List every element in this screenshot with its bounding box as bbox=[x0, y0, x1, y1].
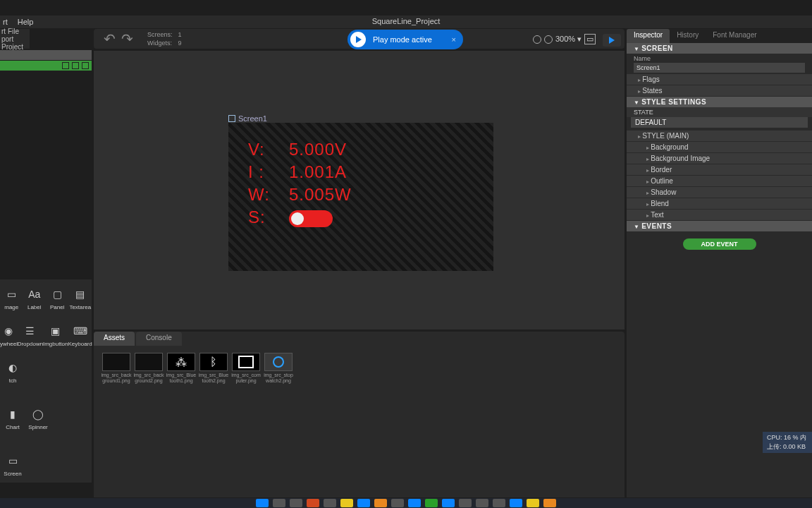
pal-spinner[interactable]: ◯Spinner bbox=[25, 399, 51, 436]
keyboard-icon: ⌨ bbox=[72, 322, 89, 339]
asset-item[interactable]: ᛒimg_src_Bluetooth2.png bbox=[198, 353, 229, 384]
taskbar-app[interactable] bbox=[510, 499, 522, 507]
zoom-value[interactable]: 300% ▾ bbox=[555, 35, 582, 44]
pal-dropdown[interactable]: ☰Dropdown bbox=[18, 316, 43, 353]
menu-item[interactable]: rt bbox=[3, 18, 8, 26]
close-icon[interactable]: × bbox=[452, 35, 456, 44]
readout-row: W: 5.005W bbox=[248, 185, 474, 205]
taskbar-app[interactable] bbox=[340, 499, 353, 507]
tab-fontmanager[interactable]: Font Manager bbox=[706, 29, 763, 43]
project-line[interactable]: rt File bbox=[1, 28, 30, 35]
section-events[interactable]: EVENTS bbox=[627, 221, 812, 231]
play-mode-pill[interactable]: Play mode active × bbox=[347, 30, 463, 49]
switch-label: S: bbox=[248, 207, 272, 227]
widget-palette: ▭mage AaLabel ▢Panel ▤Textarea ◉ywheel ☰… bbox=[0, 279, 92, 483]
pal-keyboard[interactable]: ⌨Keyboard bbox=[68, 316, 92, 353]
app-title: SquareLine_Project bbox=[372, 17, 441, 25]
canvas-stats: Screens:1 Widgets:9 bbox=[146, 30, 187, 48]
name-input[interactable]: Screen1 bbox=[634, 63, 805, 73]
taskbar-app[interactable] bbox=[324, 499, 336, 507]
style-text[interactable]: Text bbox=[627, 210, 812, 221]
pal-panel[interactable]: ▢Panel bbox=[46, 279, 69, 316]
pal-chart[interactable]: ▮Chart bbox=[0, 399, 25, 436]
text-icon: Aa bbox=[26, 286, 43, 303]
play-label: Play mode active bbox=[373, 35, 452, 44]
eye-icon[interactable] bbox=[62, 62, 69, 69]
tab-console[interactable]: Console bbox=[136, 332, 182, 346]
section-screen[interactable]: SCREEN bbox=[627, 43, 812, 54]
pal-label[interactable]: AaLabel bbox=[23, 279, 47, 316]
state-value[interactable]: DEFAULT bbox=[631, 117, 808, 128]
asset-thumb: ⁂ bbox=[167, 353, 195, 371]
taskbar-app[interactable] bbox=[476, 499, 488, 507]
taskbar-app[interactable] bbox=[425, 499, 438, 507]
pal-textarea[interactable]: ▤Textarea bbox=[69, 279, 92, 316]
lock-icon[interactable] bbox=[72, 62, 79, 69]
taskbar-app[interactable] bbox=[442, 499, 455, 507]
code-icon[interactable] bbox=[82, 62, 89, 69]
screen-item-active[interactable] bbox=[0, 61, 92, 71]
redo-icon[interactable]: ↷ bbox=[121, 30, 133, 47]
style-shadow[interactable]: Shadow bbox=[627, 187, 812, 198]
pal-wheel[interactable]: ◉ywheel bbox=[0, 316, 18, 353]
asset-item[interactable]: ⁂img_src_Bluetooth1.png bbox=[166, 353, 197, 384]
screen-tag[interactable]: Screen1 bbox=[228, 114, 267, 123]
section-style-settings[interactable]: STYLE SETTINGS bbox=[627, 97, 812, 107]
add-event-button[interactable]: ADD EVENT bbox=[683, 238, 756, 250]
screen-bar bbox=[0, 50, 92, 60]
power-label: W: bbox=[248, 185, 272, 205]
menu-item-help[interactable]: Help bbox=[18, 18, 34, 26]
project-line[interactable]: port Project bbox=[1, 35, 30, 51]
pal-switch[interactable]: ◐tch bbox=[0, 353, 25, 389]
taskbar-app[interactable] bbox=[527, 499, 539, 507]
taskbar-app[interactable] bbox=[493, 499, 505, 507]
asset-item[interactable]: img_src_stopwatch2.png bbox=[263, 353, 294, 384]
taskbar-app[interactable] bbox=[273, 499, 285, 507]
readout-row: V: 5.000V bbox=[248, 140, 474, 159]
style-background-image[interactable]: Background Image bbox=[627, 153, 812, 164]
taskbar-app[interactable] bbox=[357, 499, 370, 507]
tab-assets[interactable]: Assets bbox=[94, 332, 135, 346]
style-border[interactable]: Border bbox=[627, 164, 812, 176]
device-preview[interactable]: V: 5.000V I : 1.001A W: 5.005W S: bbox=[228, 123, 493, 271]
readout-row: I : 1.001A bbox=[248, 162, 474, 182]
asset-item[interactable]: img_src_background2.png bbox=[133, 353, 164, 384]
play-button[interactable] bbox=[603, 34, 621, 47]
undo-icon[interactable]: ↶ bbox=[104, 30, 116, 47]
pal-screen[interactable]: ▭Screen bbox=[0, 446, 25, 483]
taskbar-app[interactable] bbox=[256, 499, 269, 507]
asset-item[interactable]: img_src_computer.png bbox=[230, 353, 262, 384]
switch-knob[interactable] bbox=[291, 212, 304, 225]
row-states[interactable]: States bbox=[627, 85, 812, 97]
taskbar-app[interactable] bbox=[374, 499, 387, 507]
taskbar-app[interactable] bbox=[290, 499, 302, 507]
inspector-tabs: Inspector History Font Manager bbox=[627, 29, 812, 43]
taskbar-app[interactable] bbox=[391, 499, 404, 507]
style-blend[interactable]: Blend bbox=[627, 198, 812, 210]
row-style-main[interactable]: STYLE (MAIN) bbox=[627, 131, 812, 142]
zoom-in-icon[interactable] bbox=[544, 35, 553, 44]
asset-item[interactable]: img_src_background1.png bbox=[101, 353, 132, 384]
taskbar-app[interactable] bbox=[307, 499, 319, 507]
readout-row: S: bbox=[248, 207, 474, 227]
switch-widget[interactable] bbox=[289, 210, 333, 227]
panel-icon: ▢ bbox=[49, 286, 66, 303]
taskbar-app[interactable] bbox=[543, 499, 556, 507]
cpu-badge: CPU: 16 % 内 上传: 0.00 KB bbox=[763, 432, 812, 453]
row-flags[interactable]: Flags bbox=[627, 74, 812, 85]
zoom-controls: 300% ▾ ▭ bbox=[533, 34, 596, 44]
tab-inspector[interactable]: Inspector bbox=[627, 29, 670, 43]
fit-icon[interactable]: ▭ bbox=[584, 34, 596, 44]
style-background[interactable]: Background bbox=[627, 142, 812, 153]
tab-history[interactable]: History bbox=[670, 29, 706, 43]
play-icon[interactable] bbox=[350, 32, 366, 47]
style-outline[interactable]: Outline bbox=[627, 176, 812, 187]
switch-icon: ◐ bbox=[4, 359, 21, 376]
dropdown-icon: ☰ bbox=[22, 322, 39, 339]
zoom-out-icon[interactable] bbox=[533, 35, 541, 44]
pal-imgbutton[interactable]: ▣Imgbutton bbox=[43, 316, 68, 353]
image-icon: ▭ bbox=[3, 286, 20, 303]
taskbar-app[interactable] bbox=[459, 499, 472, 507]
taskbar-app[interactable] bbox=[408, 499, 421, 507]
pal-image[interactable]: ▭mage bbox=[0, 279, 23, 316]
